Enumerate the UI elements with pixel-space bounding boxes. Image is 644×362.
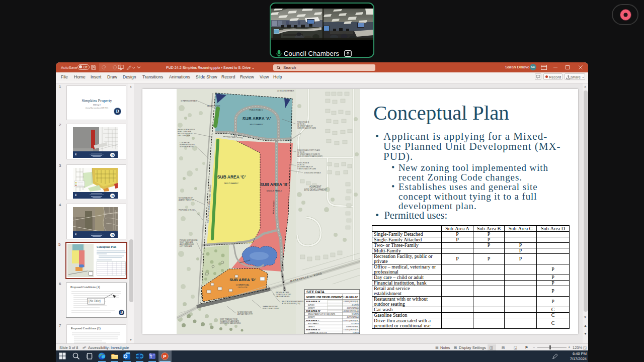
svg-text:WITH VEGETATION: WITH VEGETATION	[180, 146, 193, 148]
svg-text:20' BUILDING SETBACK: 20' BUILDING SETBACK	[277, 90, 294, 92]
svg-text:PUBLIC ROAD C: PUBLIC ROAD C	[250, 109, 263, 111]
svg-text:MULTI-FAMILY: MULTI-FAMILY	[308, 323, 319, 325]
svg-text:ASPHALT PATH (TYP): ASPHALT PATH (TYP)	[237, 313, 253, 315]
svg-text:DENSITY: DENSITY	[308, 316, 315, 318]
svg-text:20' BUILDING SETBACK: 20' BUILDING SETBACK	[304, 172, 321, 174]
svg-text:CURB TO BACK OF CURB: CURB TO BACK OF CURB	[297, 168, 316, 170]
svg-text:AGAINST PARK (TYP): AGAINST PARK (TYP)	[179, 199, 194, 201]
svg-text:SUB AREA 'D': SUB AREA 'D'	[306, 328, 320, 331]
svg-text:4.477 UNITS/AC: 4.477 UNITS/AC	[347, 316, 359, 318]
svg-text:PUBLIC RIGHT OF WAY: PUBLIC RIGHT OF WAY	[263, 308, 279, 310]
svg-text:VIA PRIVATE ROAD: VIA PRIVATE ROAD	[276, 296, 290, 298]
svg-text:± 4.430 (GROSS) AC: ± 4.430 (GROSS) AC	[344, 329, 359, 331]
svg-text:± 14.972 (GROSS) AC: ± 14.972 (GROSS) AC	[343, 320, 359, 322]
svg-text:MIXED USE DEVELOPMENT: MIXED USE DEVELOPMENT	[306, 296, 343, 299]
svg-text:SANITARY SEWER: SANITARY SEWER	[207, 105, 220, 107]
svg-text:3 UNITS: 3 UNITS	[353, 332, 359, 334]
svg-text:MULTI-FAMILY: MULTI-FAMILY	[250, 123, 264, 126]
svg-text:COMMERCIAL OUTLOTS: COMMERCIAL OUTLOTS	[308, 332, 327, 334]
svg-text:SUB AREA 'C': SUB AREA 'C'	[217, 174, 246, 179]
svg-text:T: T	[150, 354, 152, 359]
svg-text:± 8.663 (GROSS) AC: ± 8.663 (GROSS) AC	[344, 301, 359, 303]
svg-text:DUPLEX: DUPLEX	[308, 304, 315, 306]
svg-text:ALIGN WITH IRONS (TYP): ALIGN WITH IRONS (TYP)	[282, 303, 300, 305]
svg-text:CURB TO BACK OF CURB: CURB TO BACK OF CURB	[297, 127, 316, 129]
svg-text:SINGLE FAMILY LOT 6' X 120' UN: SINGLE FAMILY LOT 6' X 120' UNITS	[308, 313, 335, 315]
svg-text:SUB AREA 'C': SUB AREA 'C'	[306, 319, 320, 322]
svg-text:SITE DATA: SITE DATA	[306, 290, 325, 294]
svg-text:OUTLOTS: OUTLOTS	[238, 286, 248, 289]
svg-text:LEFT TURN LANE: LEFT TURN LANE	[178, 135, 190, 137]
svg-text:SUB AREA 'B': SUB AREA 'B'	[306, 310, 320, 312]
svg-text:SUB AREA 'A': SUB AREA 'A'	[243, 116, 271, 121]
svg-text:30' PARKING SETBACK: 30' PARKING SETBACK	[181, 100, 197, 102]
svg-text:SINGLE FAMILY: SINGLE FAMILY	[266, 190, 282, 192]
svg-text:SUB AREA 'B': SUB AREA 'B'	[260, 182, 288, 187]
svg-text:DENSITY: DENSITY	[308, 307, 315, 309]
svg-text:16.698 UNITS/AC: 16.698 UNITS/AC	[346, 326, 359, 328]
svg-text:PROPOSED 20' R.O.W.: PROPOSED 20' R.O.W.	[179, 209, 195, 211]
svg-text:MULTI-FAMILY: MULTI-FAMILY	[224, 182, 238, 185]
svg-text:P: P	[163, 353, 167, 359]
svg-text:DENSITY: DENSITY	[308, 326, 315, 328]
svg-text:DISTRICT/NO MAIN MOWING: DISTRICT/NO MAIN MOWING	[220, 322, 241, 324]
svg-text:ADJACENT: ADJACENT	[309, 186, 321, 188]
svg-text:214 UNITS: 214 UNITS	[351, 323, 359, 325]
svg-text:SUB AREA 'A': SUB AREA 'A'	[306, 300, 320, 303]
svg-text:BACK OF CURB TO MATCH (EXIST): BACK OF CURB TO MATCH (EXIST)	[297, 155, 323, 157]
svg-text:± 49.926 AC: ± 49.926 AC	[343, 296, 358, 299]
svg-text:± 21.861 (GROSS) AC: ± 21.861 (GROSS) AC	[343, 310, 359, 312]
svg-text:SITE DEVELOPMENT: SITE DEVELOPMENT	[304, 189, 327, 191]
svg-text:LEFT TURN LANE: LEFT TURN LANE	[180, 245, 192, 247]
svg-text:4.617 UNITS/AC: 4.617 UNITS/AC	[347, 307, 359, 309]
svg-text:SUB AREA 'D': SUB AREA 'D'	[229, 278, 256, 282]
